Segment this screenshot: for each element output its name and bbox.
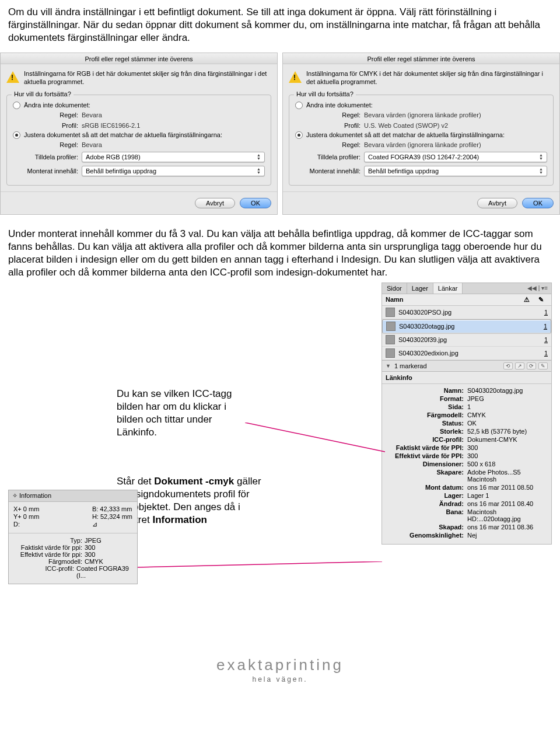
ip-icc: Coated FOGRA39 (I... — [76, 565, 132, 579]
radio-label: Ändra inte dokumentet: — [24, 102, 90, 109]
ip-ppi-e: 300 — [85, 551, 95, 558]
label-tilldela: Tilldela profiler: — [13, 154, 82, 161]
col-count: ✎ — [534, 296, 548, 304]
value-regel2: Bevara — [82, 141, 102, 148]
file-name: S0403020PSO.jpg — [398, 309, 534, 316]
cancel-button[interactable]: Avbryt — [477, 198, 517, 208]
svg-line-1 — [137, 561, 382, 567]
warning-icon — [6, 71, 19, 83]
panel-title: ✧ Information — [9, 490, 137, 502]
brand-logo: exaktaprinting — [0, 656, 560, 674]
radio-icon — [295, 131, 303, 139]
value-regel1: Bevara — [82, 111, 102, 118]
ip-ppi-f: 300 — [85, 544, 95, 551]
edit-icon[interactable]: ✎ — [538, 362, 548, 369]
thumb-icon — [386, 322, 396, 331]
info-dim: 500 x 618 — [467, 461, 547, 468]
callout-linkinfo: Du kan se vilken ICC-tagg bilden har om … — [117, 388, 251, 439]
value-regel2: Bevara värden (ignorera länkade profiler… — [364, 141, 481, 148]
radio-keep-doc[interactable]: Ändra inte dokumentet: — [13, 101, 265, 110]
label-regel: Regel: — [295, 111, 364, 118]
file-name: S0403020otagg.jpg — [399, 323, 533, 330]
label-regel: Regel: — [295, 141, 364, 148]
panel-menu-icon[interactable]: ◀◀ | ▾≡ — [524, 283, 551, 294]
group-label: Hur vill du fortsätta? — [12, 90, 74, 97]
list-item[interactable]: S0403020otagg.jpg1 — [382, 319, 551, 333]
radio-label: Ändra inte dokumentet: — [306, 102, 373, 109]
label-regel: Regel: — [13, 141, 82, 148]
radio-adjust-doc[interactable]: Justera dokumentet så att det matchar de… — [13, 131, 265, 139]
goto-icon[interactable]: ↗ — [515, 362, 524, 369]
list-item[interactable]: S0403020f39.jpg1 — [382, 333, 551, 347]
pointer-line — [137, 561, 382, 620]
info-andrad: ons 16 mar 2011 08.40 — [467, 500, 547, 507]
label-profil: Profil: — [295, 122, 364, 129]
tab-lankar[interactable]: Länkar — [433, 283, 463, 294]
ok-button[interactable]: OK — [240, 198, 271, 208]
info-storlek: 52,5 kB (53776 byte) — [467, 428, 547, 435]
select-monterat[interactable]: Behåll befintliga uppdrag▲▼ — [82, 166, 265, 176]
info-bana: Macintosh HD:...020otagg.jpg — [467, 508, 547, 522]
tab-lager[interactable]: Lager — [407, 283, 433, 294]
ip-typ: JPEG — [85, 537, 102, 544]
dialog-cmyk: Profil eller regel stämmer inte överens … — [282, 53, 560, 215]
links-panel: Sidor Lager Länkar ◀◀ | ▾≡ Namn ⚠ ✎ S040… — [382, 282, 552, 545]
information-panel: ✧ Information X+ 0 mm Y+ 0 mm D: B: 42,3… — [8, 490, 138, 584]
ok-button[interactable]: OK — [522, 198, 554, 208]
select-tilldela[interactable]: Coated FOGRA39 (ISO 12647-2:2004)▲▼ — [364, 152, 547, 162]
callout-information: Står det Dokument -cmyk gäller Indesignd… — [117, 475, 262, 526]
cancel-button[interactable]: Avbryt — [195, 198, 235, 208]
val-b: B: 42,333 mm — [92, 505, 132, 512]
group-label: Hur vill du fortsätta? — [294, 90, 356, 97]
angle-icon: ⊿ — [92, 521, 132, 528]
radio-label: Justera dokumentet så att det matchar de… — [24, 131, 222, 138]
file-count: 1 — [534, 350, 548, 357]
select-tilldela[interactable]: Adobe RGB (1998)▲▼ — [82, 152, 265, 162]
info-fargmodell: CMYK — [467, 411, 547, 418]
thumb-icon — [386, 308, 395, 317]
label-tilldela: Tilldela profiler: — [295, 154, 364, 161]
info-mont: ons 16 mar 2011 08.50 — [467, 484, 547, 491]
file-count: 1 — [534, 309, 548, 316]
warning-text: Inställningarna för CMYK i det här dokum… — [306, 70, 554, 86]
thumb-icon — [386, 348, 395, 358]
label-regel: Regel: — [13, 111, 82, 118]
update-icon[interactable]: ⟳ — [527, 362, 536, 369]
val-h: H: 52,324 mm — [92, 513, 132, 520]
dialog-rgb: Profil eller regel stämmer inte överens … — [0, 53, 278, 215]
list-item[interactable]: S0403020PSO.jpg1 — [382, 306, 551, 319]
radio-label: Justera dokumentet så att det matchar de… — [306, 131, 505, 138]
val-d: D: — [13, 521, 39, 528]
radio-adjust-doc[interactable]: Justera dokumentet så att det matchar de… — [295, 131, 547, 139]
info-skapare: Adobe Photos...S5 Macintosh — [467, 469, 547, 483]
info-status: OK — [467, 420, 547, 427]
warning-text: Inställningarna för RGB i det här dokume… — [24, 70, 271, 86]
intro-paragraph: Om du vill ändra inställningar i ett bef… — [8, 6, 552, 44]
info-sida: 1 — [467, 403, 547, 410]
info-genom: Nej — [467, 532, 547, 539]
brand-slogan: hela vägen. — [0, 675, 560, 683]
dialog-title: Profil eller regel stämmer inte överens — [283, 53, 559, 64]
label-profil: Profil: — [13, 122, 82, 129]
dialog-pair: Profil eller regel stämmer inte överens … — [0, 53, 560, 219]
selected-count: 1 markerad — [394, 362, 427, 369]
footer: exaktaprinting hela vägen. — [0, 639, 560, 695]
list-item[interactable]: S0403020edixion.jpg1 — [382, 347, 551, 360]
info-namn: S0403020otagg.jpg — [467, 387, 547, 394]
linkinfo-heading: Länkinfo — [382, 372, 551, 384]
select-value: Adobe RGB (1998) — [86, 154, 141, 161]
col-name: Namn — [386, 296, 520, 304]
tab-sidor[interactable]: Sidor — [382, 283, 407, 294]
radio-keep-doc[interactable]: Ändra inte dokumentet: — [295, 101, 547, 110]
select-monterat[interactable]: Behåll befintliga uppdrag▲▼ — [364, 166, 547, 176]
relink-icon[interactable]: ⟲ — [503, 362, 513, 369]
info-format: JPEG — [467, 395, 547, 402]
file-count: 1 — [534, 336, 548, 343]
triangle-icon[interactable]: ▼ — [386, 363, 391, 369]
radio-icon — [295, 102, 303, 109]
label-monterat: Monterat innehåll: — [13, 168, 82, 175]
value-regel1: Bevara värden (ignorera länkade profiler… — [364, 111, 481, 118]
select-value: Coated FOGRA39 (ISO 12647-2:2004) — [368, 154, 479, 161]
val-x: X+ 0 mm — [13, 505, 39, 512]
value-profil1: U.S. Web Coated (SWOP) v2 — [364, 122, 448, 129]
